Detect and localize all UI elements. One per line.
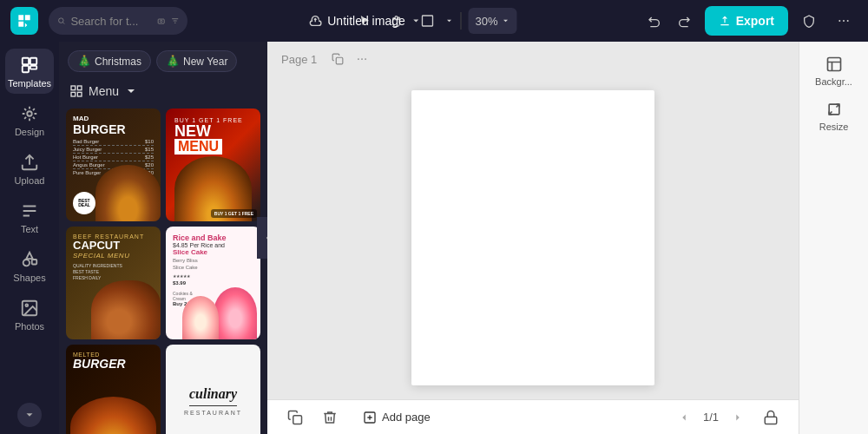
canvas-page <box>411 90 654 385</box>
template-card-burger-menu[interactable]: mad BURGER Bad Burger$10 Juicy Burger$15… <box>66 108 161 221</box>
lock-button[interactable] <box>757 404 785 431</box>
duplicate-page-button[interactable] <box>281 404 309 431</box>
page-more-button[interactable] <box>352 49 372 69</box>
page-header: Page 1 <box>267 42 799 76</box>
template-card-capcut[interactable]: BEEF RESTAURANT CAPCUT SPECIAL MENU QUAL… <box>66 227 161 339</box>
resize-panel-item[interactable]: Resize <box>805 94 864 137</box>
zoom-control[interactable]: 30% <box>468 8 516 34</box>
canvas-viewport[interactable] <box>267 76 799 399</box>
add-page-icon <box>363 411 377 424</box>
svg-rect-17 <box>71 86 76 90</box>
page-duplicate-button[interactable] <box>327 49 348 69</box>
templates-panel: 🎄 Christmas 🎄 New Year Menu mad <box>59 42 267 434</box>
svg-rect-27 <box>765 417 777 424</box>
svg-point-11 <box>27 111 32 116</box>
background-label: Backgr... <box>815 76 852 87</box>
sidebar-item-shapes[interactable]: Shapes <box>5 243 54 288</box>
svg-rect-10 <box>30 66 36 69</box>
sidebar-item-design-label: Design <box>15 127 44 137</box>
divider <box>460 12 461 30</box>
templates-icon <box>20 56 39 75</box>
app-logo[interactable] <box>10 7 38 35</box>
delete-page-button[interactable] <box>316 404 344 431</box>
svg-rect-28 <box>827 58 840 71</box>
chip-new-year-label: New Year <box>183 56 227 68</box>
panel-collapse-button[interactable] <box>257 217 267 259</box>
topbar-right: Export <box>641 6 858 36</box>
chip-new-year[interactable]: 🎄 New Year <box>156 50 237 72</box>
sidebar-item-upload[interactable]: Upload <box>5 146 54 191</box>
chevron-left-icon <box>678 411 690 424</box>
more-options-icon[interactable] <box>830 7 858 35</box>
svg-rect-25 <box>293 415 302 424</box>
svg-point-16 <box>25 304 28 306</box>
redo-button[interactable] <box>670 7 698 35</box>
page-label: Page 1 <box>281 53 317 66</box>
template-card-melted-burger[interactable]: Melted BURGER <box>66 345 161 434</box>
sidebar-item-templates[interactable]: Templates <box>5 49 54 94</box>
shield-icon[interactable] <box>795 7 823 35</box>
search-input[interactable] <box>70 15 152 28</box>
page-number: 1/1 <box>703 411 719 424</box>
design-icon <box>20 104 39 123</box>
template-card-culinary[interactable]: culinary RESTAURANT <box>166 345 260 434</box>
svg-point-4 <box>838 20 840 22</box>
svg-rect-3 <box>422 16 432 26</box>
undo-button[interactable] <box>641 7 668 35</box>
filter-chips: 🎄 Christmas 🎄 New Year <box>59 42 267 79</box>
add-page-button[interactable]: Add page <box>354 405 439 430</box>
dropdown-icon <box>444 16 453 25</box>
svg-rect-21 <box>336 57 343 64</box>
filter-icon[interactable] <box>171 15 179 27</box>
menu-label: Menu <box>89 84 119 98</box>
upload-icon <box>719 15 731 27</box>
svg-point-0 <box>59 18 63 23</box>
chevron-down-icon <box>23 409 36 421</box>
svg-point-6 <box>847 20 849 22</box>
lock-icon <box>763 410 779 425</box>
svg-rect-8 <box>30 58 36 64</box>
more-horiz-icon <box>356 53 368 65</box>
background-panel-item[interactable]: Backgr... <box>805 49 864 92</box>
next-page-button[interactable] <box>726 405 750 430</box>
camera-icon[interactable] <box>157 15 165 27</box>
chevron-right-icon <box>732 411 744 424</box>
svg-point-2 <box>161 20 162 22</box>
chip-christmas[interactable]: 🎄 Christmas <box>68 50 151 72</box>
resize-icon <box>825 101 843 118</box>
template-card-new-menu[interactable]: BUY 1 GET 1 FREE NEW MENU BUY 1 GET 1 FR… <box>166 108 260 221</box>
sidebar-item-shapes-label: Shapes <box>13 273 45 283</box>
text-icon <box>20 201 39 220</box>
sidebar-item-design[interactable]: Design <box>5 97 54 142</box>
prev-page-button[interactable] <box>672 405 696 430</box>
menu-dropdown[interactable]: Menu <box>59 79 267 103</box>
sidebar-item-photos-label: Photos <box>15 321 44 332</box>
search-bar[interactable] <box>49 7 187 35</box>
grid-icon <box>69 84 83 98</box>
document-title[interactable]: Untitled image <box>327 14 405 28</box>
main-layout: Templates Design Upload Text <box>0 42 868 434</box>
page-actions <box>327 49 372 69</box>
svg-rect-14 <box>32 260 37 265</box>
svg-rect-9 <box>23 66 29 72</box>
sidebar-item-upload-label: Upload <box>15 175 45 186</box>
export-button[interactable]: Export <box>705 6 788 36</box>
sidebar-item-photos[interactable]: Photos <box>5 292 54 337</box>
chip-christmas-label: Christmas <box>95 56 141 68</box>
menu-chevron-icon <box>124 84 138 98</box>
search-icon <box>57 15 65 27</box>
bottom-actions <box>281 404 344 431</box>
add-page-label: Add page <box>382 411 431 424</box>
canvas-area: Page 1 <box>267 42 799 434</box>
svg-rect-1 <box>158 19 164 23</box>
photos-icon <box>20 299 39 318</box>
template-card-rice-bake[interactable]: Rice and Bake $4.85 Per Rice and Slice C… <box>166 227 260 339</box>
svg-point-24 <box>365 58 366 60</box>
title-chevron-icon <box>411 16 421 26</box>
sidebar-item-text[interactable]: Text <box>5 194 54 240</box>
cloud-upload-icon <box>308 14 322 28</box>
bottom-bar: Add page 1/1 <box>267 399 799 434</box>
new-year-icon: 🎄 <box>166 55 180 68</box>
sidebar-collapse-button[interactable] <box>17 403 42 427</box>
svg-point-13 <box>23 260 30 266</box>
